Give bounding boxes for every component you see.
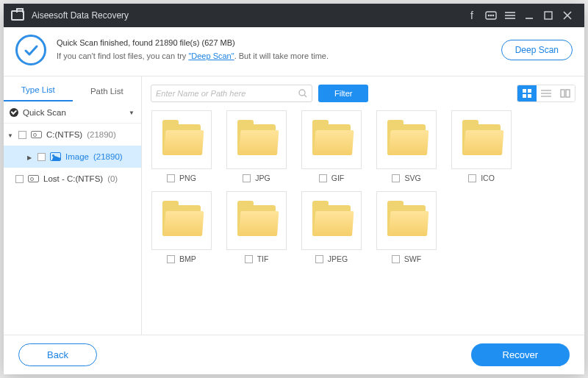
checkbox[interactable]: [37, 153, 46, 161]
view-list-icon[interactable]: [537, 85, 556, 101]
back-button[interactable]: Back: [18, 343, 97, 366]
checkbox[interactable]: [167, 174, 175, 182]
close-icon[interactable]: [558, 4, 577, 27]
folder-icon: [387, 124, 426, 155]
checkbox[interactable]: [167, 255, 175, 263]
folder-grid: PNGJPGGIFSVGICOBMPTIFJPEGSWF: [151, 106, 576, 263]
drive-c-label: C:(NTFS): [46, 130, 82, 139]
node-lost-c[interactable]: Lost - C:(NTFS) (0): [4, 168, 141, 190]
folder-icon: [162, 124, 201, 155]
folder-thumb: [301, 191, 362, 250]
folder-cell[interactable]: TIF: [226, 191, 287, 263]
folder-cell[interactable]: SVG: [376, 110, 437, 182]
node-drive-c[interactable]: C:(NTFS) (21890): [4, 124, 141, 146]
chevron-right-icon[interactable]: [26, 153, 33, 161]
quick-scan-label: Quick Scan: [23, 108, 66, 117]
search-input[interactable]: [156, 89, 298, 98]
checkbox[interactable]: [18, 131, 26, 139]
checkbox[interactable]: [392, 174, 400, 182]
chevron-down-icon[interactable]: [128, 108, 135, 116]
folder-cell[interactable]: SWF: [376, 191, 437, 263]
checkbox[interactable]: [392, 255, 400, 263]
tab-path-list[interactable]: Path List: [73, 87, 142, 101]
view-detail-icon[interactable]: [556, 85, 575, 101]
folder-icon: [162, 205, 201, 236]
folder-thumb: [376, 191, 437, 250]
image-count: (21890): [93, 152, 123, 161]
folder-icon: [387, 205, 426, 236]
facebook-icon[interactable]: f: [462, 4, 481, 27]
image-label: Image: [65, 152, 89, 161]
svg-point-1: [488, 15, 489, 15]
checkbox[interactable]: [468, 174, 476, 182]
folder-cell[interactable]: ICO: [451, 110, 512, 182]
toolbar: Filter: [151, 81, 576, 106]
chevron-down-icon[interactable]: [7, 131, 14, 139]
scan-summary: Quick Scan finished, found 21890 file(s)…: [57, 37, 501, 63]
tab-type-list[interactable]: Type List: [4, 85, 73, 101]
folder-label: JPEG: [328, 254, 348, 263]
drive-c-count: (21890): [87, 130, 116, 139]
app-logo-icon: [11, 10, 24, 21]
folder-label: SWF: [404, 254, 421, 263]
checkbox[interactable]: [15, 175, 24, 183]
svg-point-11: [299, 90, 305, 96]
folder-thumb: [301, 110, 362, 169]
sidebar-tabs: Type List Path List: [4, 76, 141, 101]
app-window: Aiseesoft Data Recovery f Quick Scan fin…: [4, 4, 584, 374]
folder-cell[interactable]: BMP: [151, 191, 212, 263]
folder-thumb: [376, 110, 437, 169]
node-image[interactable]: Image (21890): [4, 146, 141, 168]
folder-icon: [312, 205, 351, 236]
feedback-icon[interactable]: [481, 4, 501, 27]
menu-icon[interactable]: [501, 4, 520, 27]
folder-cell[interactable]: JPG: [226, 110, 287, 182]
folder-cell[interactable]: PNG: [151, 110, 212, 182]
folder-label: TIF: [257, 254, 269, 263]
svg-point-3: [492, 15, 493, 15]
search-box[interactable]: [151, 85, 312, 102]
node-quick-scan[interactable]: Quick Scan: [4, 101, 141, 124]
lost-c-count: (0): [107, 174, 118, 183]
folder-label: PNG: [179, 174, 196, 182]
folder-icon: [462, 124, 501, 155]
checkbox[interactable]: [243, 174, 251, 182]
folder-thumb: [226, 191, 287, 250]
search-icon: [298, 89, 307, 98]
svg-line-12: [304, 95, 306, 97]
folder-label: JPG: [255, 174, 270, 182]
check-dot-icon: [10, 108, 18, 117]
lost-c-label: Lost - C:(NTFS): [43, 174, 103, 183]
folder-label: BMP: [179, 254, 196, 263]
checkbox[interactable]: [245, 255, 253, 263]
sidebar: Type List Path List Quick Scan C:(NTFS) …: [4, 76, 142, 335]
view-grid-icon[interactable]: [517, 85, 537, 101]
scan-summary-line1: Quick Scan finished, found 21890 file(s)…: [57, 37, 501, 50]
drive-icon: [31, 131, 42, 138]
scan-summary-line2b: . But it will take more time.: [234, 51, 329, 60]
footer: Back Recover: [4, 335, 584, 374]
folder-cell[interactable]: GIF: [301, 110, 362, 182]
folder-cell[interactable]: JPEG: [301, 191, 362, 263]
deep-scan-button[interactable]: Deep Scan: [501, 40, 573, 60]
folder-label: ICO: [481, 174, 495, 182]
recover-button[interactable]: Recover: [471, 343, 570, 366]
app-title: Aiseesoft Data Recovery: [32, 10, 129, 21]
folder-thumb: [151, 191, 212, 250]
checkbox[interactable]: [315, 255, 323, 263]
maximize-icon[interactable]: [539, 4, 558, 27]
header: Quick Scan finished, found 21890 file(s)…: [4, 27, 584, 76]
checkbox[interactable]: [319, 174, 327, 182]
svg-rect-13: [523, 89, 526, 93]
scan-summary-line2a: If you can't find lost files, you can tr…: [57, 51, 188, 60]
image-icon: [50, 152, 61, 161]
svg-rect-15: [523, 94, 526, 98]
filter-button[interactable]: Filter: [318, 85, 368, 102]
folder-thumb: [151, 110, 212, 169]
deep-scan-link[interactable]: "Deep Scan": [188, 51, 234, 60]
svg-rect-16: [528, 94, 531, 98]
folder-label: SVG: [404, 174, 420, 182]
folder-label: GIF: [331, 174, 345, 182]
svg-rect-14: [528, 89, 531, 93]
minimize-icon[interactable]: [520, 4, 539, 27]
